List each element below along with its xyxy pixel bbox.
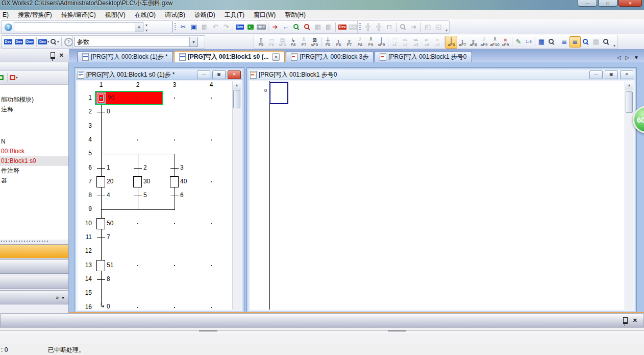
sfc-step[interactable] (96, 176, 105, 187)
read-from-plc-icon[interactable]: ← (281, 22, 291, 32)
zoom-magnifier-icon[interactable] (601, 37, 611, 47)
sfc-step[interactable] (133, 176, 142, 187)
menu-item-4[interactable]: 在线(O) (130, 10, 160, 20)
tree-item[interactable]: 器 (0, 176, 68, 185)
toolbar-overflow-icon[interactable]: ▾ (445, 28, 448, 33)
toolbar-overflow-icon[interactable]: ▾▾ (145, 23, 147, 33)
output-panel-header[interactable]: ✕ (0, 313, 644, 327)
child-close-button[interactable]: ✕ (620, 70, 633, 79)
tab-scroll-left-icon[interactable]: ◁ (617, 55, 621, 60)
menu-item-8[interactable]: 窗口(W) (249, 10, 280, 20)
pulse-convert-icon[interactable]: ⊓ (384, 22, 394, 32)
sfc-st-step-c4[interactable]: STc4 (422, 36, 432, 48)
scrollbar-thumb[interactable] (626, 91, 633, 113)
child-close-button[interactable]: ✕ (228, 70, 241, 79)
find-in-table-icon[interactable] (547, 37, 557, 47)
tab-2[interactable]: [PRG]写入 000:Block 3步 (286, 51, 374, 62)
sfc-se-step-c3[interactable]: SEc3 (411, 36, 422, 48)
tree-item[interactable]: 注释 (0, 105, 68, 114)
sfc-block-down-icon[interactable]: ◱ (433, 22, 443, 32)
menu-item-0[interactable]: E) (1, 11, 13, 19)
menu-item-2[interactable]: 转换/编译(C) (57, 10, 101, 20)
pin-icon[interactable] (623, 317, 628, 324)
undo-icon[interactable]: ↶ (210, 22, 220, 32)
tab-0[interactable]: [PRG]写入 000:Block (1)步 * (77, 51, 173, 62)
sfc-draw-parallel-converge-af10[interactable]: ╨aF10 (489, 36, 500, 48)
find-device-gray-icon[interactable] (398, 22, 408, 32)
redo-icon[interactable]: ↷ (221, 22, 231, 32)
sfc-editor-canvas[interactable]: 1234123456789101112131415160123456782030… (78, 81, 241, 310)
tree-item[interactable]: 件注释 (0, 166, 68, 176)
toolbar-grip[interactable] (175, 23, 176, 31)
sfc-step-f5[interactable]: ▯F5 (256, 36, 266, 48)
sfc-draw-line-af5[interactable]: │aF5 (445, 36, 457, 49)
window-maximize-button[interactable]: □ (598, 0, 617, 7)
sfc-jump-f8[interactable]: ↳F8 (288, 36, 299, 48)
copy-icon[interactable]: ▣ (189, 22, 199, 32)
help-search-combobox[interactable]: ▼ (14, 22, 143, 32)
menu-item-3[interactable]: 视图(V) (101, 10, 130, 20)
device-display-menu-icon[interactable]: Dev▾ (38, 37, 49, 47)
tab-close-icon[interactable]: x (272, 53, 280, 61)
nav-group-connection-button[interactable] (0, 275, 68, 289)
ladder-insert-icon[interactable]: ╬ (363, 22, 373, 32)
sfc-transition-f5[interactable]: ┼F5 (323, 36, 333, 48)
nav-group-project-button[interactable] (0, 244, 68, 258)
find-device-menu-icon[interactable]: ▾ (49, 37, 60, 47)
sfc-draw-parallel-branch-af8[interactable]: ╥aF8 (468, 36, 479, 48)
sfc-dummy-step-sf5[interactable]: ⊠sF5 (309, 36, 320, 48)
sfc-reset-step-c5[interactable]: Rc5 (432, 36, 443, 48)
device-display-off-icon[interactable]: Dev (348, 22, 358, 32)
close-panel-icon[interactable]: ✕ (633, 318, 637, 323)
window-select-combobox[interactable]: 参数 ▼ (75, 37, 198, 47)
scrollbar-thumb[interactable] (233, 90, 240, 108)
sfc-end-step-f7[interactable]: ┴F7 (299, 36, 309, 48)
nav-group-more-button[interactable]: » ▾ (0, 290, 68, 304)
toolbar-grip[interactable] (359, 23, 361, 31)
sfc-vertical-line-sf9[interactable]: │sF9 (376, 36, 387, 48)
jump-to-icon[interactable]: ➔ (409, 22, 419, 32)
sfc-delete-line-cf9[interactable]: ✕cF9 (500, 36, 511, 48)
monitor-pause-icon[interactable]: ▦ (313, 22, 323, 32)
device-monitor-icon[interactable]: Dev (235, 22, 245, 32)
sfc-parallel-branch-f7[interactable]: ╥F7 (344, 36, 355, 48)
ladder-delete-icon[interactable]: ╬ (374, 22, 384, 32)
project-sort-icon[interactable]: ▤▾ (9, 73, 19, 83)
combo-dropdown-icon[interactable]: ▼ (189, 37, 197, 46)
device-comment-icon[interactable]: Dev (3, 37, 13, 47)
device-grid-icon[interactable]: Dev (24, 37, 35, 47)
sfc-step[interactable] (96, 260, 105, 271)
menu-item-7[interactable]: 工具(T) (220, 10, 249, 20)
sfc-selection-converge-f8[interactable]: ┘F8 (355, 36, 365, 48)
child-restore-button[interactable]: ▣ (212, 70, 226, 79)
window-minimize-button[interactable]: — (578, 0, 597, 7)
sfc-initial-step[interactable]: ?0 (95, 91, 163, 105)
device-test-icon[interactable]: ✎ (513, 37, 524, 47)
sfc-draw-selection-converge-af9[interactable]: ┘aF9 (479, 36, 489, 48)
menu-item-6[interactable]: 诊断(D) (190, 10, 220, 20)
sfc-block-up-icon[interactable]: ◰ (423, 22, 433, 32)
device-hkey-icon[interactable]: HKY (256, 22, 266, 32)
device-batch-monitor-icon[interactable]: >_ (245, 22, 256, 32)
open-zoom-disabled-icon[interactable]: ▤ (591, 37, 601, 47)
combo-dropdown-icon[interactable]: ▼ (135, 22, 143, 32)
child-restore-button[interactable]: ▣ (605, 70, 618, 79)
tab-scroll-right-icon[interactable]: ▷ (625, 55, 629, 60)
sidebar-splitter[interactable] (0, 240, 68, 243)
ladder-editor-canvas[interactable]: 0 ▲ (250, 81, 633, 310)
menu-item-5[interactable]: 调试(B) (160, 10, 190, 20)
sfc-parallel-converge-f9[interactable]: ╨F9 (365, 36, 376, 48)
monitor-resume-icon[interactable]: ▦ (324, 22, 334, 32)
vertical-scrollbar[interactable]: ▲ (232, 81, 241, 310)
child-minimize-button[interactable]: — (197, 70, 210, 79)
window-close-button[interactable]: ✕ (618, 0, 642, 7)
close-panel-icon[interactable]: ✕ (59, 53, 64, 58)
menu-item-9[interactable]: 帮助(H) (280, 10, 310, 20)
sfc-step[interactable] (170, 176, 179, 187)
device-display-icon[interactable]: Dev (337, 22, 348, 32)
scroll-up-icon[interactable]: ▲ (233, 81, 241, 89)
panel-splitter-tick[interactable] (199, 330, 217, 332)
ladder-window-titlebar[interactable]: [PRG]写入 001:Block1 步号0 — ▣ ✕ (249, 69, 635, 80)
sfc-selection-branch-f6[interactable]: ┐F6 (333, 36, 344, 48)
paste-icon[interactable]: ▦ (200, 22, 210, 32)
